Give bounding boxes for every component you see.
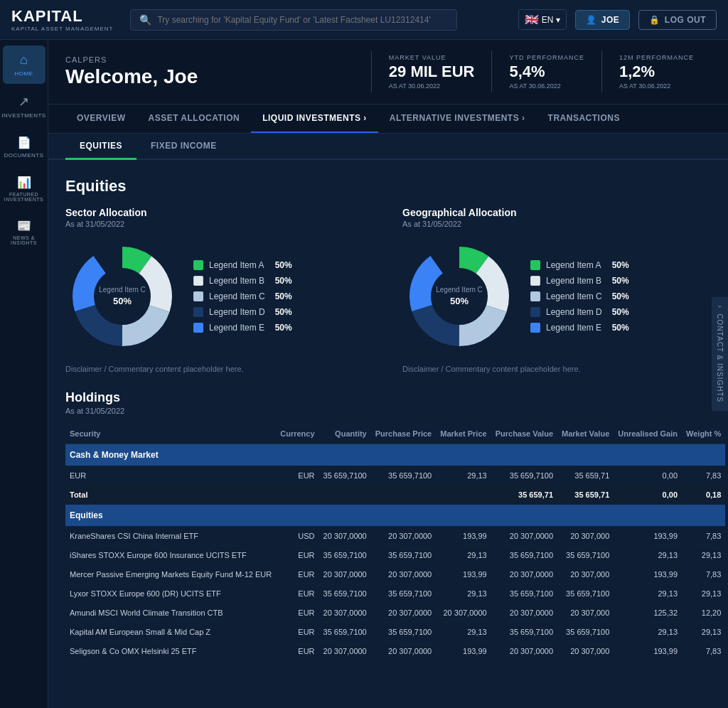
sub-tabs: EQUITIES FIXED INCOME <box>48 134 728 160</box>
col-currency: Currency <box>276 424 318 444</box>
sector-disclaimer: Disclaimer / Commentary content placehol… <box>65 365 374 373</box>
news-icon: 📰 <box>17 219 31 232</box>
legend-item-e: Legend Item E 50% <box>193 323 292 333</box>
tab-liquid-investments[interactable]: LIQUID INVESTMENTS › <box>251 104 378 133</box>
logout-button[interactable]: 🔒 LOG OUT <box>638 10 717 30</box>
sidebar-label-home: HOME <box>15 70 33 77</box>
top-nav: KAPITAL KAPITAL ASSET MANAGEMENT 🔍 🇬🇧 EN… <box>0 0 728 40</box>
geo-chart-heading: Geographical Allocation <box>402 207 711 218</box>
sector-legend: Legend Item A 50% Legend Item B 50% Lege… <box>193 260 292 333</box>
lang-label: EN <box>542 15 554 25</box>
tab-asset-allocation[interactable]: ASSET ALLOCATION <box>136 104 251 133</box>
geo-legend-item-c: Legend Item C 50% <box>530 291 629 301</box>
sidebar-item-investments[interactable]: ↗ INVESTMENTS <box>3 87 46 126</box>
sector-donut-center-label: Legend Item C 50% <box>99 285 146 308</box>
logo-sub: KAPITAL ASSET MANAGEMENT <box>11 26 113 32</box>
stat-ytd-date: AS AT 30.06.2022 <box>509 82 584 90</box>
stat-12m-value: 1,2% <box>619 63 694 81</box>
geo-donut-center-label: Legend Item C 50% <box>436 285 483 308</box>
col-purchase-price: Purchase Price <box>371 424 437 444</box>
stat-ytd-value: 5,4% <box>509 63 584 81</box>
holdings-date: As at 31/05/2022 <box>65 407 711 415</box>
stat-ytd: YTD PERFORMANCE 5,4% AS AT 30.06.2022 <box>491 51 601 92</box>
stat-12m: 12M PERFORMANCE 1,2% AS AT 30.06.2022 <box>601 51 711 92</box>
geo-legend-item-e: Legend Item E 50% <box>530 323 629 333</box>
holdings-section: Holdings As at 31/05/2022 Security Curre… <box>65 390 711 661</box>
geo-legend: Legend Item A 50% Legend Item B 50% Lege… <box>530 260 629 333</box>
sector-donut-wrap: Legend Item C 50% <box>65 240 179 353</box>
subtab-equities[interactable]: EQUITIES <box>65 134 136 160</box>
col-market-price: Market Price <box>436 424 491 444</box>
sector-chart-inner: Legend Item C 50% Legend Item A 50% <box>65 240 374 353</box>
sidebar-label-investments: INVESTMENTS <box>1 112 46 119</box>
stat-ytd-label: YTD PERFORMANCE <box>509 54 584 61</box>
total-row: Total35 659,7135 659,710,000,18 <box>65 486 725 505</box>
geo-allocation-chart: Geographical Allocation As at 31/05/2022 <box>402 207 711 373</box>
geo-legend-item-d: Legend Item D 50% <box>530 307 629 317</box>
header-stats: MARKET VALUE 29 MIL EUR AS AT 30.06.2022… <box>371 51 711 92</box>
stat-12m-date: AS AT 30.06.2022 <box>619 82 694 90</box>
table-row: Mercer Passive Emerging Markets Equity F… <box>65 565 725 584</box>
group-header-row: Cash & Money Market <box>65 444 725 466</box>
tab-alternative-investments[interactable]: ALTERNATIVE INVESTMENTS › <box>378 104 537 133</box>
group-header-row: Equities <box>65 505 725 527</box>
search-input[interactable] <box>157 15 448 25</box>
home-icon: ⌂ <box>20 53 28 68</box>
sidebar-item-featured[interactable]: 📊 FEATURED INVESTMENTS <box>3 168 46 209</box>
sidebar-label-documents: DOCUMENTS <box>4 152 43 159</box>
legend-item-c: Legend Item C 50% <box>193 291 292 301</box>
stat-market-value: MARKET VALUE 29 MIL EUR AS AT 30.06.2022 <box>371 51 492 92</box>
side-panel-label: CONTACT & INSIGHTS <box>716 314 724 403</box>
col-purchase-value: Purchase Value <box>491 424 557 444</box>
side-panel[interactable]: › CONTACT & INSIGHTS <box>712 296 728 411</box>
search-icon: 🔍 <box>139 14 151 26</box>
client-name: CALPERS <box>65 55 371 64</box>
col-quantity: Quantity <box>319 424 371 444</box>
geo-legend-item-a: Legend Item A 50% <box>530 260 629 270</box>
page-body: Equities Sector Allocation As at 31/05/2… <box>48 160 728 678</box>
logo-area: KAPITAL KAPITAL ASSET MANAGEMENT <box>11 7 113 32</box>
featured-icon: 📊 <box>17 176 31 189</box>
sidebar-item-documents[interactable]: 📄 DOCUMENTS <box>3 129 46 166</box>
chevron-right-icon: › <box>716 305 724 308</box>
main-content: CALPERS Welcome, Joe MARKET VALUE 29 MIL… <box>48 40 728 708</box>
geo-chart-inner: Legend Item C 50% Legend Item A 50% <box>402 240 711 353</box>
user-button[interactable]: 👤 JOE <box>575 10 630 30</box>
nav-right: 🇬🇧 EN ▾ 👤 JOE 🔒 LOG OUT <box>518 9 717 30</box>
table-row: KraneShares CSI China Internal ETFUSD20 … <box>65 527 725 546</box>
stat-market-date: AS AT 30.06.2022 <box>389 82 475 90</box>
col-unrealised-gain: Unrealised Gain <box>614 424 682 444</box>
stat-12m-label: 12M PERFORMANCE <box>619 54 694 61</box>
sidebar-item-news[interactable]: 📰 NEWS & INSIGHTS <box>3 212 46 252</box>
sidebar-item-home[interactable]: ⌂ HOME <box>3 45 46 84</box>
geo-legend-item-b: Legend Item B 50% <box>530 276 629 286</box>
legend-item-a: Legend Item A 50% <box>193 260 292 270</box>
subtab-fixed-income[interactable]: FIXED INCOME <box>136 134 231 160</box>
header-left: CALPERS Welcome, Joe <box>65 55 371 88</box>
geo-chart-date: As at 31/05/2022 <box>402 220 711 228</box>
table-row: iShares STOXX Europe 600 Insurance UCITS… <box>65 546 725 565</box>
sector-chart-date: As at 31/05/2022 <box>65 220 374 228</box>
geo-donut-wrap: Legend Item C 50% <box>402 240 516 353</box>
col-market-value: Market Value <box>557 424 614 444</box>
tab-transactions[interactable]: TRANSACTIONS <box>537 104 631 133</box>
language-selector[interactable]: 🇬🇧 EN ▾ <box>518 9 567 30</box>
legend-item-b: Legend Item B 50% <box>193 276 292 286</box>
sidebar: ⌂ HOME ↗ INVESTMENTS 📄 DOCUMENTS 📊 FEATU… <box>0 40 48 708</box>
flag-icon: 🇬🇧 <box>525 13 539 26</box>
charts-row: Sector Allocation As at 31/05/2022 <box>65 207 711 373</box>
welcome-title: Welcome, Joe <box>65 65 371 88</box>
tab-overview[interactable]: OVERVIEW <box>65 104 136 133</box>
header-band: CALPERS Welcome, Joe MARKET VALUE 29 MIL… <box>48 40 728 104</box>
col-security: Security <box>65 424 276 444</box>
lock-icon: 🔒 <box>649 15 660 25</box>
col-weight: Weight % <box>682 424 725 444</box>
search-bar[interactable]: 🔍 <box>130 9 457 31</box>
documents-icon: 📄 <box>17 136 31 149</box>
sector-allocation-chart: Sector Allocation As at 31/05/2022 <box>65 207 374 373</box>
geo-disclaimer: Disclaimer / Commentary content placehol… <box>402 365 711 373</box>
table-row: EUREUR35 659,710035 659,710029,1335 659,… <box>65 466 725 486</box>
sidebar-label-news: NEWS & INSIGHTS <box>6 235 43 245</box>
holdings-title: Holdings <box>65 390 711 405</box>
user-icon: 👤 <box>586 15 597 25</box>
